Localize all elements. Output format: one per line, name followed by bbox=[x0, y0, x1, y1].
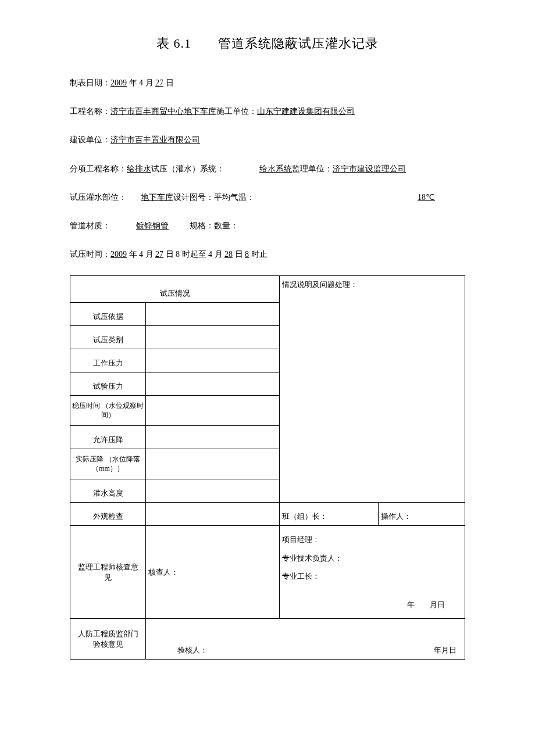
operator: 操作人： bbox=[379, 503, 465, 526]
row-value bbox=[146, 426, 280, 449]
row-value bbox=[146, 372, 280, 396]
meta-part: 试压灌水部位：地下车库设计图号：平均气温：18℃ bbox=[70, 190, 465, 205]
signatures: 项目经理： 专业技术负责人： 专业工长： 年 月日 bbox=[280, 526, 465, 619]
team-leader: 班（组）长： bbox=[280, 503, 379, 526]
row-label: 试压依据 bbox=[70, 303, 146, 326]
row-value bbox=[146, 326, 280, 349]
meta-builder: 建设单位：济宁市百丰置业有限公司 bbox=[70, 132, 465, 147]
super-eng-label: 监理工程师核查意见 bbox=[70, 526, 146, 619]
verifier: 验核人： bbox=[177, 645, 208, 655]
suffix: 日 bbox=[163, 78, 174, 87]
t-mid1: 年 4 月 bbox=[127, 250, 155, 259]
hdr-right: 情况说明及问题处理： bbox=[280, 276, 465, 503]
super-label: 监理单位： bbox=[292, 164, 333, 173]
tech-lead: 专业技术负责人： bbox=[282, 549, 462, 567]
main-table: 试压情况 情况说明及问题处理： 试压依据 试压类别 工作压力 试验压力 稳压时间… bbox=[70, 275, 465, 660]
t-d2: 28 bbox=[224, 250, 233, 259]
row-label: 试压类别 bbox=[70, 326, 146, 349]
super-unit: 济宁市建设监理公司 bbox=[333, 164, 406, 173]
temp: 18℃ bbox=[418, 193, 435, 202]
page-title: 表 6.1 管道系统隐蔽试压灌水记录 bbox=[70, 35, 465, 52]
mat-name: 镀锌钢管 bbox=[136, 221, 169, 230]
row-label: 允许压降 bbox=[70, 426, 146, 449]
sub-suffix: 试压（灌水）系统： bbox=[151, 164, 224, 173]
t-mid3: 日 bbox=[233, 250, 245, 259]
drawing-label: 设计图号：平均气温： bbox=[173, 193, 255, 202]
t-end: 时止 bbox=[249, 250, 268, 259]
sys-name: 给水系统 bbox=[259, 164, 292, 173]
row-label: 工作压力 bbox=[70, 349, 146, 372]
t-year: 2009 bbox=[110, 250, 127, 259]
build-unit: 济宁市百丰置业有限公司 bbox=[110, 135, 200, 144]
part-name: 地下车库 bbox=[141, 193, 173, 202]
row-label: 实际压降 （水位降落（mm）） bbox=[70, 449, 146, 479]
constr-unit: 山东宁建建设集团有限公司 bbox=[257, 107, 355, 116]
sub-name: 给排水 bbox=[127, 164, 151, 173]
t-d1: 27 bbox=[155, 250, 163, 259]
mid: 年 4 月 bbox=[127, 78, 155, 87]
pm: 项目经理： bbox=[282, 531, 462, 549]
label: 分项工程名称： bbox=[70, 164, 127, 173]
hdr-left: 试压情况 bbox=[70, 276, 280, 303]
t-h2: 8 bbox=[245, 250, 249, 259]
meta-project: 工程名称：济宁市百丰商贸中心地下车库施工单位：山东宁建建设集团有限公司 bbox=[70, 104, 465, 119]
proj-name: 济宁市百丰商贸中心地下车库 bbox=[110, 107, 216, 116]
label: 试压时间： bbox=[70, 250, 110, 259]
meta-material: 管道材质：镀锌钢管规格：数量： bbox=[70, 218, 465, 233]
meta-subproject: 分项工程名称：给排水试压（灌水）系统：给水系统监理单位：济宁市建设监理公司 bbox=[70, 162, 465, 176]
label: 制表日期： bbox=[70, 78, 110, 87]
label: 建设单位： bbox=[70, 135, 110, 144]
defense-label: 人防工程质监部门验核意见 bbox=[70, 619, 146, 660]
day: 27 bbox=[155, 78, 163, 87]
row-label: 外观检查 bbox=[70, 503, 146, 526]
verify-date: 年月日 bbox=[434, 645, 456, 655]
t-mid2: 日 8 时起至 4 月 bbox=[163, 250, 224, 259]
row-value bbox=[146, 396, 280, 426]
row-label: 稳压时间 （水位观察时间） bbox=[70, 396, 146, 426]
row-value bbox=[146, 449, 280, 479]
row-label: 灌水高度 bbox=[70, 479, 146, 503]
row-label: 试验压力 bbox=[70, 372, 146, 396]
row-value bbox=[146, 349, 280, 372]
checker: 核查人： bbox=[146, 526, 280, 619]
foreman: 专业工长： bbox=[282, 567, 462, 585]
row-value bbox=[146, 303, 280, 326]
sig-date: 年 月日 bbox=[282, 585, 462, 614]
label: 工程名称： bbox=[70, 107, 110, 116]
year: 2009 bbox=[110, 78, 127, 87]
spec-label: 规格：数量： bbox=[190, 221, 238, 230]
row-value bbox=[146, 479, 280, 503]
label: 试压灌水部位： bbox=[70, 193, 127, 202]
row-value bbox=[146, 503, 280, 526]
constr-label: 施工单位： bbox=[216, 107, 257, 116]
meta-date: 制表日期：2009 年 4 月 27 日 bbox=[70, 76, 465, 90]
meta-time: 试压时间：2009 年 4 月 27 日 8 时起至 4 月 28 日 8 时止 bbox=[70, 247, 465, 261]
verify-cell: 验核人： 年月日 bbox=[146, 619, 465, 660]
label: 管道材质： bbox=[70, 221, 110, 230]
